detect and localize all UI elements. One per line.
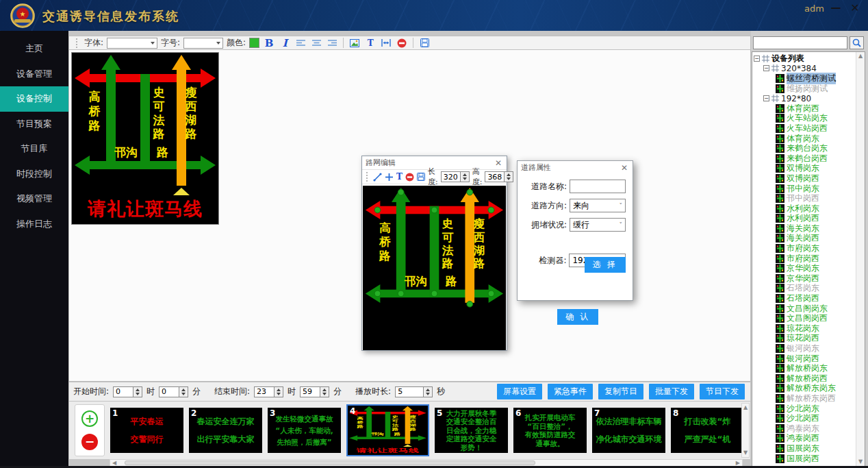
color-swatch[interactable] [249, 38, 259, 48]
fit-width-icon[interactable] [380, 37, 392, 49]
remove-program-button[interactable]: − [81, 434, 98, 450]
tree-device[interactable]: 国展岗西 [752, 454, 856, 464]
tree-group-1[interactable]: −320*384 [752, 64, 856, 74]
props-dialog-close-icon[interactable]: ✕ [620, 163, 629, 173]
collapse-toggle-icon[interactable]: − [763, 95, 769, 101]
tree-device[interactable]: 琼花岗西 [752, 334, 856, 344]
road-direction-select[interactable]: 来向˅ [570, 199, 626, 212]
user-name[interactable]: adm [804, 3, 824, 14]
tree-device[interactable]: 解放桥岗东 [752, 363, 856, 373]
action-button-5[interactable]: 节目下发 [700, 384, 745, 399]
tree-device[interactable]: 来鹤台岗西 [752, 153, 856, 164]
program-thumbnail-8[interactable]: 8打击改装“炸严查严处“机 [671, 408, 743, 453]
tree-device[interactable]: 体育岗西 [752, 103, 856, 114]
tree-device[interactable]: 市府岗西 [752, 254, 856, 264]
action-button-4[interactable]: 批量下发 [649, 384, 694, 399]
tree-device[interactable]: 京华岗西 [752, 273, 856, 284]
tree-device[interactable]: 火车站岗西 [752, 123, 856, 134]
collapse-toggle-icon[interactable]: − [763, 65, 769, 71]
device-search-button[interactable] [850, 36, 864, 49]
close-button[interactable]: ✕ [847, 1, 863, 14]
tree-vertical-scrollbar[interactable]: ▲ ▼ [856, 52, 865, 466]
tree-device[interactable]: 螺丝湾桥测试 [752, 73, 856, 84]
tree-device[interactable]: 来鹤台岗东 [752, 143, 856, 153]
end-minute-spinner[interactable]: 59 [300, 386, 329, 397]
action-button-3[interactable]: 复制节目 [598, 384, 643, 399]
program-thumbnail-3[interactable]: 3发生轻微交通事故“人未伤，车能动,先拍照，后撤离” [268, 408, 341, 453]
delete-icon[interactable] [405, 171, 414, 183]
save-roadnet-icon[interactable] [417, 171, 425, 183]
device-search-input[interactable] [753, 36, 847, 49]
tree-device[interactable]: 解放桥东岗东 [752, 384, 856, 394]
tree-device[interactable]: 银河岗西 [752, 354, 856, 364]
start-hour-spinner[interactable]: 0 [113, 386, 142, 397]
tree-scroll-up-icon[interactable]: ▲ [858, 53, 863, 59]
tree-device[interactable]: 文昌阁岗西 [752, 313, 856, 323]
scroll-right-icon[interactable]: ▶ [736, 460, 740, 466]
crosshair-icon[interactable] [385, 171, 394, 183]
tree-device[interactable]: 解放桥东岗西 [752, 393, 856, 404]
insert-image-icon[interactable] [348, 37, 361, 49]
sidebar-item-8[interactable]: 操作日志 [0, 212, 68, 237]
hscroll-thumb[interactable] [125, 460, 535, 465]
tree-device[interactable]: 海关岗东 [752, 223, 856, 234]
tree-group-2[interactable]: −192*80 [752, 93, 856, 103]
height-spinner[interactable]: 368 [485, 171, 513, 182]
tree-device[interactable]: 琼花岗东 [752, 323, 856, 334]
program-thumbnail-1[interactable]: 1平安春运交警同行 [110, 408, 183, 453]
insert-text-icon[interactable]: T [364, 37, 376, 49]
tree-device[interactable]: 邗中岗西 [752, 193, 856, 204]
tree-device[interactable]: 银河岗东 [752, 343, 856, 354]
bold-icon[interactable]: B [263, 37, 275, 49]
font-select[interactable] [107, 38, 157, 49]
tree-device[interactable]: 水利岗东 [752, 204, 856, 214]
roadnet-dialog-close-icon[interactable]: ✕ [494, 158, 503, 168]
add-text-icon[interactable]: T [396, 171, 403, 183]
confirm-button[interactable]: 确 认 [557, 309, 598, 325]
scroll-left-icon[interactable]: ◀ [112, 460, 116, 466]
sidebar-item-3[interactable]: 设备控制 [0, 86, 68, 112]
design-canvas[interactable]: 高桥路史可法路瘦西湖路邗沟路请礼让斑马线 路网编辑 ✕ T [68, 50, 751, 382]
tree-device[interactable]: 鸿泰岗西 [752, 434, 856, 444]
tree-device[interactable]: 解放桥岗西 [752, 373, 856, 384]
start-minute-spinner[interactable]: 0 [159, 386, 188, 397]
stop-icon[interactable] [396, 37, 408, 49]
tree-device[interactable]: 国展岗东 [752, 443, 856, 454]
tree-device[interactable]: 文昌阁岗东 [752, 304, 856, 314]
sidebar-item-5[interactable]: 节目库 [0, 136, 68, 162]
tree-device[interactable]: 沙北岗东 [752, 404, 856, 414]
minimize-button[interactable]: — [828, 1, 843, 14]
sidebar-item-1[interactable]: 主页 [0, 36, 68, 62]
action-button-2[interactable]: 紧急事件 [548, 384, 593, 399]
sidebar-item-7[interactable]: 视频管理 [0, 186, 68, 212]
tree-scroll-down-icon[interactable]: ▼ [858, 459, 863, 465]
tree-device[interactable]: 京华岗东 [752, 263, 856, 273]
road-name-input[interactable] [570, 180, 626, 193]
tree-device[interactable]: 鸿泰岗东 [752, 423, 856, 434]
tree-device[interactable]: 火车站岗东 [752, 114, 856, 124]
sign-preview[interactable]: 高桥路史可法路瘦西湖路邗沟路请礼让斑马线 [71, 52, 219, 225]
fontsize-select[interactable] [183, 38, 223, 49]
tree-device[interactable]: 海关岗西 [752, 234, 856, 244]
scroll-up-icon[interactable]: ▲ [743, 405, 748, 410]
tree-device[interactable]: 体育岗东 [752, 134, 856, 144]
roadnet-canvas[interactable]: 高桥路史可法路瘦西湖路邗沟路 [363, 186, 506, 350]
props-dialog-titlebar[interactable]: 道路属性 ✕ [518, 161, 633, 174]
italic-icon[interactable]: I [279, 37, 291, 49]
align-left-icon[interactable] [294, 37, 307, 49]
action-button-1[interactable]: 屏幕设置 [497, 384, 542, 399]
sidebar-item-6[interactable]: 时段控制 [0, 162, 68, 187]
add-program-button[interactable]: + [81, 410, 98, 427]
program-thumbnail-4[interactable]: 4 高桥路史可法路瘦西湖路邗沟路请礼让斑马线 [346, 404, 429, 456]
duration-spinner[interactable]: 5 [395, 386, 433, 397]
tree-device[interactable]: 沙北岗西 [752, 413, 856, 423]
length-spinner[interactable]: 320 [441, 171, 470, 182]
program-thumbnail-5[interactable]: 5大力开展秋冬季交通安全整治百日会战，全力稳定道路交通安全形势！ [435, 408, 508, 453]
sidebar-item-2[interactable]: 设备管理 [0, 62, 68, 87]
scroll-down-icon[interactable]: ▼ [743, 450, 748, 456]
tree-device[interactable]: 石塔岗西 [752, 293, 856, 304]
tree-device[interactable]: 维扬岗测试 [752, 84, 856, 94]
align-center-icon[interactable] [310, 37, 322, 49]
tree-device[interactable]: 水利岗西 [752, 214, 856, 224]
sidebar-item-4[interactable]: 节目预案 [0, 112, 68, 137]
